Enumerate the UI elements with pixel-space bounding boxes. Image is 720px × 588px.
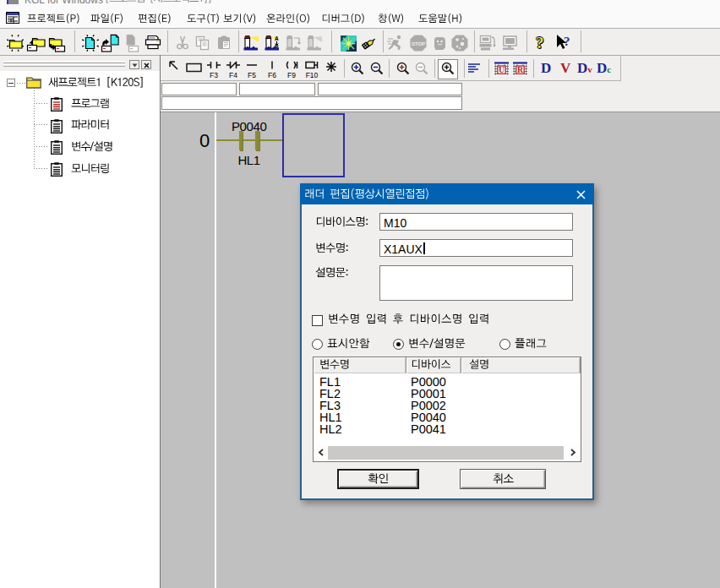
svg-text:STOP: STOP xyxy=(412,41,425,46)
svg-text:R: R xyxy=(517,65,524,74)
svg-text:?: ? xyxy=(564,35,570,48)
svg-text:U: U xyxy=(499,65,505,74)
svg-text:A: A xyxy=(275,35,279,41)
